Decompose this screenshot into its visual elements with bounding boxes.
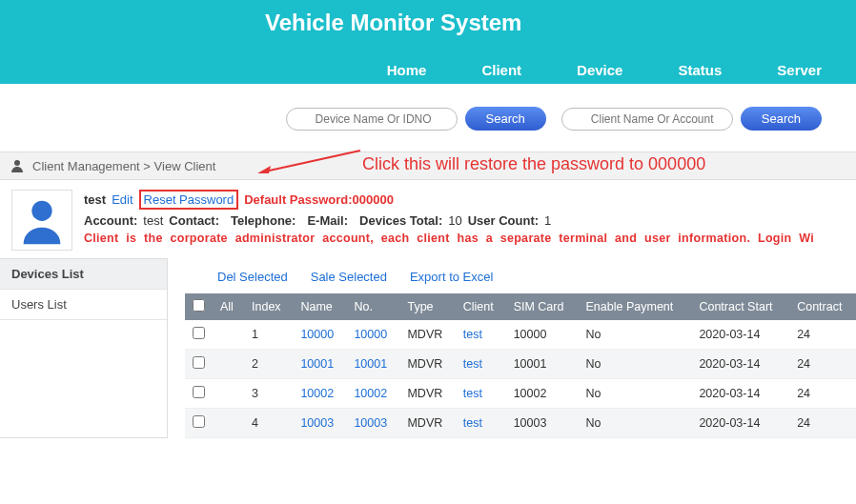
sidebar-item-users[interactable]: Users List (0, 290, 167, 320)
device-client-link[interactable]: test (463, 328, 482, 341)
nav-device[interactable]: Device (577, 62, 622, 78)
device-name-link[interactable]: 10001 (300, 357, 334, 371)
device-client-link[interactable]: test (463, 416, 482, 430)
svg-line-5 (265, 151, 360, 171)
search-bar: Search Search (0, 84, 856, 151)
row-checkbox[interactable] (193, 415, 205, 428)
row-checkbox[interactable] (193, 356, 205, 369)
breadcrumb-root[interactable]: Client Management (32, 159, 140, 173)
nav-home[interactable]: Home (387, 62, 427, 78)
table-row: 21000110001MDVRtest10001No2020-03-1424 (185, 350, 856, 379)
sidebar-item-devices[interactable]: Devices List (0, 259, 167, 290)
client-name: test (84, 192, 106, 207)
header: Vehicle Monitor System Home Client Devic… (0, 0, 856, 84)
table-row: 31000210002MDVRtest10002No2020-03-1424 (185, 379, 856, 409)
sidebar: Devices List Users List (0, 258, 168, 438)
select-all-checkbox[interactable] (193, 299, 205, 312)
breadcrumb-current: View Client (154, 159, 216, 173)
default-password-label: Default Password:000000 (244, 192, 394, 207)
device-name-link[interactable]: 10003 (300, 416, 334, 430)
device-client-link[interactable]: test (463, 357, 482, 371)
device-name-link[interactable]: 10002 (300, 387, 334, 400)
del-selected-link[interactable]: Del Selected (217, 270, 288, 284)
device-name-link[interactable]: 10000 (300, 328, 334, 341)
account-value: test (143, 213, 163, 228)
table-actions: Del Selected Sale Selected Export to Exc… (185, 258, 856, 293)
table-row: 11000010000MDVRtest10000No2020-03-1424 (185, 320, 856, 350)
client-search-button[interactable]: Search (741, 107, 822, 131)
svg-marker-6 (257, 166, 271, 173)
reset-password-link[interactable]: Reset Password (139, 190, 239, 210)
devices-total: 10 (448, 213, 461, 228)
svg-point-8 (31, 201, 51, 221)
sale-selected-link[interactable]: Sale Selected (311, 270, 387, 284)
breadcrumb: Client Management > View Client Click th… (0, 151, 856, 180)
app-title: Vehicle Monitor System (265, 10, 521, 36)
row-checkbox[interactable] (193, 386, 205, 398)
nav-status[interactable]: Status (678, 62, 722, 78)
table-row: 41000310003MDVRtest10003No2020-03-1424 (185, 409, 856, 438)
row-checkbox[interactable] (193, 327, 205, 339)
avatar (11, 190, 72, 251)
device-no-link[interactable]: 10003 (354, 416, 387, 430)
device-client-link[interactable]: test (463, 387, 482, 400)
nav-client[interactable]: Client (481, 62, 521, 78)
nav-server[interactable]: Server (777, 62, 822, 78)
devices-table: All Index Name No. Type Client SIM Card … (185, 293, 856, 438)
client-note: Client is the corporate administrator ac… (84, 232, 845, 245)
device-search-input[interactable] (286, 108, 458, 131)
annotation-text: Click this will restore the password to … (362, 154, 705, 174)
device-no-link[interactable]: 10001 (354, 357, 387, 371)
client-search-input[interactable] (561, 108, 733, 131)
device-no-link[interactable]: 10002 (354, 387, 387, 400)
device-search-button[interactable]: Search (465, 107, 546, 131)
user-count: 1 (544, 213, 551, 228)
client-info: test Edit Reset Password Default Passwor… (0, 180, 856, 258)
svg-point-4 (14, 160, 20, 166)
main-nav: Home Client Device Status Server (0, 62, 856, 78)
edit-link[interactable]: Edit (112, 192, 132, 207)
device-no-link[interactable]: 10000 (354, 328, 387, 341)
user-icon (10, 158, 25, 173)
export-excel-link[interactable]: Export to Excel (410, 270, 493, 284)
